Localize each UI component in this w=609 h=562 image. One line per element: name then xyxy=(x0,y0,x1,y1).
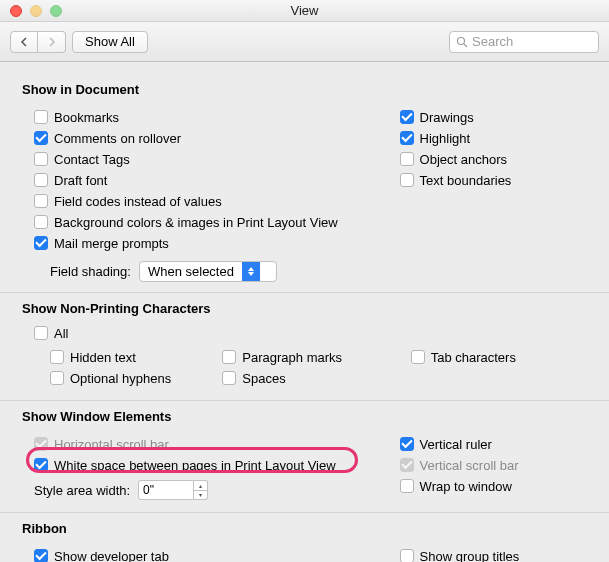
checkbox-hidden-text[interactable]: Hidden text xyxy=(22,348,210,366)
checkbox-paragraph-marks[interactable]: Paragraph marks xyxy=(210,348,398,366)
checkbox-field-codes[interactable]: Field codes instead of values xyxy=(22,192,388,210)
checkbox-icon xyxy=(34,326,48,340)
checkbox-icon xyxy=(400,479,414,493)
section-title-show-in-document: Show in Document xyxy=(22,82,587,97)
close-window-button[interactable] xyxy=(10,5,22,17)
checkbox-spaces[interactable]: Spaces xyxy=(210,369,398,387)
checkbox-vertical-ruler[interactable]: Vertical ruler xyxy=(388,435,587,453)
window-title: View xyxy=(0,3,609,18)
checkbox-icon xyxy=(400,437,414,451)
checkbox-icon xyxy=(34,131,48,145)
checkbox-icon xyxy=(50,371,64,385)
checkbox-comments-rollover[interactable]: Comments on rollover xyxy=(22,129,388,147)
checkbox-icon xyxy=(222,350,236,364)
checkbox-icon xyxy=(50,350,64,364)
section-title-nonprinting: Show Non-Printing Characters xyxy=(22,301,587,316)
checkbox-tab-characters[interactable]: Tab characters xyxy=(399,348,587,366)
checkbox-white-space-pages[interactable]: White space between pages in Print Layou… xyxy=(22,456,388,474)
checkbox-contact-tags[interactable]: Contact Tags xyxy=(22,150,388,168)
show-all-button[interactable]: Show All xyxy=(72,31,148,53)
search-icon xyxy=(456,36,468,48)
checkbox-group-titles[interactable]: Show group titles xyxy=(388,547,587,562)
checkbox-icon xyxy=(34,215,48,229)
select-arrows-icon xyxy=(242,262,260,281)
search-field[interactable]: Search xyxy=(449,31,599,53)
style-area-width-field[interactable]: ▴▾ xyxy=(138,480,208,500)
traffic-lights xyxy=(0,5,62,17)
content: Show in Document Bookmarks Comments on r… xyxy=(0,62,609,562)
checkbox-bookmarks[interactable]: Bookmarks xyxy=(22,108,388,126)
stepper[interactable]: ▴▾ xyxy=(194,480,208,500)
checkbox-icon xyxy=(400,173,414,187)
minimize-window-button[interactable] xyxy=(30,5,42,17)
checkbox-icon xyxy=(34,236,48,250)
checkbox-icon xyxy=(34,437,48,451)
checkbox-icon xyxy=(34,173,48,187)
nav-segment xyxy=(10,31,66,53)
field-shading-select[interactable]: When selected xyxy=(139,261,277,282)
checkbox-icon xyxy=(34,458,48,472)
checkbox-mail-merge[interactable]: Mail merge prompts xyxy=(22,234,388,252)
section-title-ribbon: Ribbon xyxy=(22,521,587,536)
checkbox-all[interactable]: All xyxy=(22,324,587,342)
checkbox-vertical-scroll: Vertical scroll bar xyxy=(388,456,587,474)
checkbox-draft-font[interactable]: Draft font xyxy=(22,171,388,189)
svg-line-1 xyxy=(464,44,467,47)
chevron-up-icon: ▴ xyxy=(194,481,207,491)
checkbox-background-colors[interactable]: Background colors & images in Print Layo… xyxy=(22,213,388,231)
checkbox-icon xyxy=(34,110,48,124)
checkbox-horizontal-scroll: Horizontal scroll bar xyxy=(22,435,388,453)
titlebar: View xyxy=(0,0,609,22)
checkbox-icon xyxy=(400,131,414,145)
chevron-down-icon: ▾ xyxy=(194,491,207,500)
checkbox-text-boundaries[interactable]: Text boundaries xyxy=(388,171,587,189)
search-placeholder: Search xyxy=(472,34,513,49)
checkbox-icon xyxy=(222,371,236,385)
section-title-window-elements: Show Window Elements xyxy=(22,409,587,424)
checkbox-icon xyxy=(34,194,48,208)
toolbar: Show All Search xyxy=(0,22,609,62)
zoom-window-button[interactable] xyxy=(50,5,62,17)
checkbox-icon xyxy=(400,549,414,562)
style-area-width-input[interactable] xyxy=(138,480,194,500)
forward-button[interactable] xyxy=(38,31,66,53)
back-button[interactable] xyxy=(10,31,38,53)
checkbox-icon xyxy=(411,350,425,364)
checkbox-icon xyxy=(400,152,414,166)
svg-point-0 xyxy=(458,37,465,44)
checkbox-wrap-window[interactable]: Wrap to window xyxy=(388,477,587,495)
checkbox-optional-hyphens[interactable]: Optional hyphens xyxy=(22,369,210,387)
checkbox-icon xyxy=(400,458,414,472)
field-shading-label: Field shading: xyxy=(50,264,131,279)
checkbox-drawings[interactable]: Drawings xyxy=(388,108,587,126)
checkbox-object-anchors[interactable]: Object anchors xyxy=(388,150,587,168)
checkbox-developer-tab[interactable]: Show developer tab xyxy=(22,547,388,562)
checkbox-icon xyxy=(34,152,48,166)
checkbox-highlight[interactable]: Highlight xyxy=(388,129,587,147)
checkbox-icon xyxy=(400,110,414,124)
style-area-width-label: Style area width: xyxy=(34,483,130,498)
checkbox-icon xyxy=(34,549,48,562)
